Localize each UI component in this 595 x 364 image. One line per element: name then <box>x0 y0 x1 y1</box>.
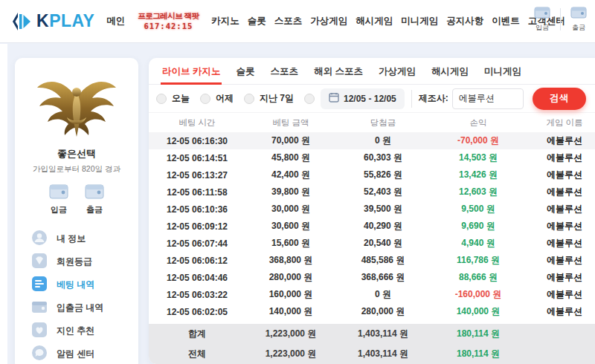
bet-total: 1,223,000 원 <box>245 348 336 360</box>
tab-mini-games[interactable]: 미니게임 <box>484 58 521 85</box>
manufacturer-input[interactable] <box>452 88 524 109</box>
rank-emblem <box>30 70 123 144</box>
column-bet-amount: 베팅 금액 <box>245 117 336 129</box>
tab-slots[interactable]: 슬롯 <box>236 58 254 85</box>
game-name: 에볼루션 <box>527 254 595 267</box>
radio-last-7-days-label[interactable]: 지난 7일 <box>260 92 294 105</box>
withdraw-quick-button[interactable]: 출금 <box>562 6 595 33</box>
bet-time: 12-05 06:11:58 <box>149 187 245 198</box>
game-name: 에볼루션 <box>527 186 595 198</box>
sidebar-item-member-level[interactable]: 회원등급 <box>15 250 138 273</box>
withdraw-wallet-icon <box>85 189 104 202</box>
radio-today-label[interactable]: 오늘 <box>172 92 190 105</box>
deposit-wallet-icon <box>534 9 550 22</box>
sidebar-item-label: 베팅 내역 <box>57 279 94 291</box>
calendar-icon <box>329 92 339 105</box>
table-row[interactable]: 12-05 06:06:12368,800 원485,586 원116,786 … <box>149 252 595 269</box>
nav-main[interactable]: 메인 <box>106 15 125 27</box>
profit-total: 180,114 원 <box>430 348 527 360</box>
nav-mini-games[interactable]: 미니게임 <box>401 15 438 27</box>
table-row[interactable]: 12-05 06:13:2742,400 원55,826 원13,426 원에볼… <box>149 166 595 183</box>
tab-hash-games[interactable]: 해시게임 <box>431 58 469 85</box>
tab-sports[interactable]: 스포츠 <box>270 58 298 85</box>
sidebar: 좋은선택 가입일로부터 820일 경과 입금 출금 <box>15 58 138 364</box>
sidebar-item-label: 입출금 내역 <box>57 302 103 314</box>
header-quick-actions: 입금 출금 <box>526 6 595 33</box>
table-row[interactable]: 12-05 06:02:05140,000 원280,000 원140,000 … <box>149 303 595 320</box>
radio-last-7-days[interactable] <box>244 94 254 104</box>
sidebar-item-notification-center[interactable]: 알림 센터 <box>15 342 138 364</box>
radio-yesterday[interactable] <box>200 94 210 104</box>
bet-amount: 368,800 원 <box>245 254 336 267</box>
win-amount: 20,540 원 <box>336 237 430 250</box>
profit: 14,503 원 <box>430 152 527 164</box>
win-total: 1,403,114 원 <box>336 348 430 360</box>
gem-icon <box>31 253 48 272</box>
tab-virtual-games[interactable]: 가상게임 <box>379 58 416 85</box>
sidebar-item-label: 지인 추천 <box>57 325 94 337</box>
bet-amount: 15,600 원 <box>245 237 336 250</box>
bet-time: 12-05 06:02:05 <box>149 307 245 317</box>
nav-events[interactable]: 이벤트 <box>492 15 520 27</box>
profit: 12,603 원 <box>430 186 527 198</box>
table-row[interactable]: 12-05 06:09:1230,600 원40,290 원9,690 원에볼루… <box>149 218 595 235</box>
radio-today[interactable] <box>156 94 167 104</box>
summary-row: 합계1,223,000 원1,403,114 원180,114 원 <box>149 324 595 344</box>
tab-overseas-sports[interactable]: 해외 스포츠 <box>314 58 363 85</box>
date-range-value: 12/05 - 12/05 <box>344 94 396 104</box>
bet-time: 12-05 06:14:51 <box>149 153 245 163</box>
withdraw-wallet-icon <box>570 9 587 22</box>
date-range-picker[interactable]: 12/05 - 12/05 <box>321 88 405 109</box>
game-name: 에볼루션 <box>527 152 595 164</box>
bet-amount: 160,000 원 <box>245 288 336 301</box>
table-row[interactable]: 12-05 06:03:22160,000 원0 원-160,000 원에볼루션 <box>149 286 595 303</box>
tab-live-casino[interactable]: 라이브 카지노 <box>162 58 220 85</box>
win-amount: 52,403 원 <box>336 186 430 198</box>
table-row[interactable]: 12-05 06:14:5145,800 원60,303 원14,503 원에볼… <box>149 149 595 166</box>
table-row[interactable]: 12-05 06:07:4415,600 원20,540 원4,940 원에볼루… <box>149 235 595 252</box>
win-amount: 485,586 원 <box>336 254 430 267</box>
game-name: 에볼루션 <box>527 220 595 233</box>
column-bet-time: 베팅 시간 <box>149 117 245 129</box>
game-category-tabs: 라이브 카지노 슬롯 스포츠 해외 스포츠 가상게임 해시게임 미니게임 <box>149 58 595 85</box>
table-row[interactable]: 12-05 06:16:3070,000 원0 원-70,000 원에볼루션 <box>149 132 595 149</box>
bet-amount: 42,400 원 <box>245 169 336 181</box>
wallet-icon <box>31 299 48 318</box>
nav-progressive-jackpot[interactable]: 프로그레시브 잭팟 617:42:15 <box>133 11 203 30</box>
betting-history-panel: 라이브 카지노 슬롯 스포츠 해외 스포츠 가상게임 해시게임 미니게임 오늘 … <box>149 58 595 364</box>
game-name: 에볼루션 <box>527 237 595 250</box>
nav-sports[interactable]: 스포츠 <box>274 15 303 27</box>
column-winnings: 당첨금 <box>336 117 430 129</box>
nav-slots[interactable]: 슬롯 <box>248 15 266 27</box>
logo[interactable]: KPLAY <box>10 11 94 32</box>
nav-casino[interactable]: 카지노 <box>211 15 239 27</box>
table-row[interactable]: 12-05 06:11:5839,800 원52,403 원12,603 원에볼… <box>149 183 595 201</box>
nav-virtual-games[interactable]: 가상게임 <box>310 15 347 27</box>
sidebar-item-betting-history[interactable]: 베팅 내역 <box>15 273 138 296</box>
table-row[interactable]: 12-05 06:10:3630,000 원39,500 원9,500 원에볼루… <box>149 201 595 218</box>
deposit-button[interactable]: 입금 <box>49 183 68 215</box>
radio-custom-range[interactable] <box>304 94 315 104</box>
nav-notice[interactable]: 공지사항 <box>446 15 483 27</box>
kplay-logo-icon <box>10 11 33 32</box>
sidebar-item-my-info[interactable]: 내 정보 <box>15 227 138 250</box>
game-name: 에볼루션 <box>527 203 595 215</box>
profit: 88,666 원 <box>430 271 527 284</box>
sidebar-item-transaction-history[interactable]: 입출금 내역 <box>15 296 138 319</box>
search-button[interactable]: 검색 <box>533 88 586 110</box>
withdraw-button[interactable]: 출금 <box>85 183 104 215</box>
left-edge-strip <box>0 44 7 364</box>
game-name: 에볼루션 <box>527 288 595 301</box>
chat-bubble-icon <box>31 345 48 364</box>
nav-hash-games[interactable]: 해시게임 <box>356 15 393 27</box>
sidebar-item-label: 알림 센터 <box>57 348 94 360</box>
table-row[interactable]: 12-05 06:04:46280,000 원368,666 원88,666 원… <box>149 269 595 286</box>
radio-yesterday-label[interactable]: 어제 <box>216 92 234 105</box>
wallet-buttons: 입금 출금 <box>15 183 138 215</box>
divider <box>411 90 412 108</box>
bet-amount: 39,800 원 <box>245 186 336 198</box>
sidebar-item-referral[interactable]: 지인 추천 <box>15 319 138 342</box>
deposit-quick-button[interactable]: 입금 <box>526 6 559 33</box>
bet-total: 1,223,000 원 <box>245 328 336 340</box>
table-summary: 합계1,223,000 원1,403,114 원180,114 원전체1,223… <box>149 324 595 364</box>
